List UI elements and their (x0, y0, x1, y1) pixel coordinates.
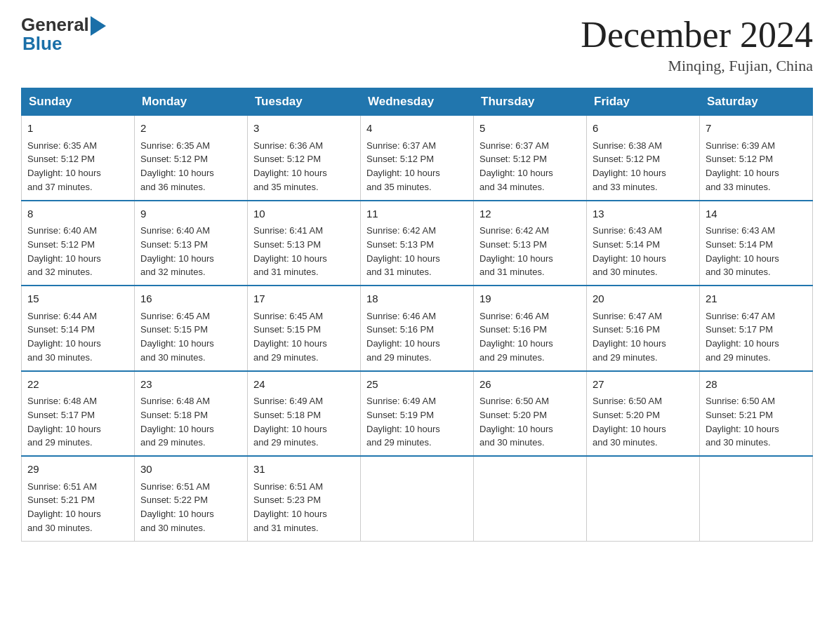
table-row: 22Sunrise: 6:48 AMSunset: 5:17 PMDayligh… (22, 371, 135, 457)
day-number: 9 (140, 206, 241, 222)
table-row: 1Sunrise: 6:35 AMSunset: 5:12 PMDaylight… (22, 115, 135, 201)
day-number: 3 (253, 121, 355, 137)
day-info: Sunrise: 6:44 AMSunset: 5:14 PMDaylight:… (27, 309, 128, 365)
table-row: 11Sunrise: 6:42 AMSunset: 5:13 PMDayligh… (361, 201, 474, 286)
day-number: 23 (140, 377, 241, 393)
logo-blue-text: Blue (22, 33, 62, 55)
table-row (474, 456, 587, 541)
day-number: 14 (706, 206, 807, 222)
table-row: 23Sunrise: 6:48 AMSunset: 5:18 PMDayligh… (135, 371, 248, 457)
table-row: 2Sunrise: 6:35 AMSunset: 5:12 PMDaylight… (135, 115, 248, 201)
table-row: 30Sunrise: 6:51 AMSunset: 5:22 PMDayligh… (135, 456, 248, 541)
table-row (361, 456, 474, 541)
table-row: 15Sunrise: 6:44 AMSunset: 5:14 PMDayligh… (22, 286, 135, 371)
day-info: Sunrise: 6:42 AMSunset: 5:13 PMDaylight:… (366, 224, 468, 279)
day-info: Sunrise: 6:40 AMSunset: 5:12 PMDaylight:… (27, 224, 128, 279)
table-row: 4Sunrise: 6:37 AMSunset: 5:12 PMDaylight… (361, 115, 474, 201)
table-row: 14Sunrise: 6:43 AMSunset: 5:14 PMDayligh… (700, 201, 813, 286)
day-info: Sunrise: 6:50 AMSunset: 5:20 PMDaylight:… (479, 394, 581, 450)
table-row: 24Sunrise: 6:49 AMSunset: 5:18 PMDayligh… (248, 371, 361, 457)
col-sunday: Sunday (22, 88, 135, 116)
day-number: 27 (593, 377, 694, 393)
col-tuesday: Tuesday (248, 88, 361, 116)
calendar-header-row: Sunday Monday Tuesday Wednesday Thursday… (22, 88, 813, 116)
calendar-table: Sunday Monday Tuesday Wednesday Thursday… (21, 88, 813, 542)
day-info: Sunrise: 6:49 AMSunset: 5:18 PMDaylight:… (253, 394, 355, 450)
table-row: 25Sunrise: 6:49 AMSunset: 5:19 PMDayligh… (361, 371, 474, 457)
calendar-week-row: 8Sunrise: 6:40 AMSunset: 5:12 PMDaylight… (22, 201, 813, 286)
day-info: Sunrise: 6:36 AMSunset: 5:12 PMDaylight:… (253, 139, 355, 194)
day-number: 13 (593, 206, 694, 222)
logo: General Blue (21, 14, 106, 55)
day-info: Sunrise: 6:39 AMSunset: 5:12 PMDaylight:… (706, 139, 807, 194)
day-info: Sunrise: 6:48 AMSunset: 5:17 PMDaylight:… (27, 394, 128, 450)
day-number: 20 (593, 291, 694, 307)
table-row: 12Sunrise: 6:42 AMSunset: 5:13 PMDayligh… (474, 201, 587, 286)
location-subtitle: Minqing, Fujian, China (581, 57, 813, 75)
table-row: 17Sunrise: 6:45 AMSunset: 5:15 PMDayligh… (248, 286, 361, 371)
day-info: Sunrise: 6:41 AMSunset: 5:13 PMDaylight:… (253, 224, 355, 279)
day-number: 28 (706, 377, 807, 393)
calendar-week-row: 15Sunrise: 6:44 AMSunset: 5:14 PMDayligh… (22, 286, 813, 371)
month-title: December 2024 (581, 14, 813, 55)
day-info: Sunrise: 6:46 AMSunset: 5:16 PMDaylight:… (479, 309, 581, 365)
day-number: 30 (140, 462, 241, 478)
table-row: 5Sunrise: 6:37 AMSunset: 5:12 PMDaylight… (474, 115, 587, 201)
page-header: General Blue December 2024 Minqing, Fuji… (21, 14, 813, 75)
day-number: 24 (253, 377, 355, 393)
day-info: Sunrise: 6:37 AMSunset: 5:12 PMDaylight:… (479, 139, 581, 194)
day-info: Sunrise: 6:45 AMSunset: 5:15 PMDaylight:… (140, 309, 241, 365)
day-number: 2 (140, 121, 241, 137)
day-info: Sunrise: 6:50 AMSunset: 5:21 PMDaylight:… (706, 394, 807, 450)
calendar-week-row: 22Sunrise: 6:48 AMSunset: 5:17 PMDayligh… (22, 371, 813, 457)
day-info: Sunrise: 6:35 AMSunset: 5:12 PMDaylight:… (27, 139, 128, 194)
day-info: Sunrise: 6:45 AMSunset: 5:15 PMDaylight:… (253, 309, 355, 365)
day-info: Sunrise: 6:51 AMSunset: 5:23 PMDaylight:… (253, 480, 355, 535)
table-row: 16Sunrise: 6:45 AMSunset: 5:15 PMDayligh… (135, 286, 248, 371)
day-number: 16 (140, 291, 241, 307)
day-number: 29 (27, 462, 128, 478)
table-row: 19Sunrise: 6:46 AMSunset: 5:16 PMDayligh… (474, 286, 587, 371)
day-number: 7 (706, 121, 807, 137)
svg-marker-0 (91, 16, 106, 36)
day-number: 8 (27, 206, 128, 222)
calendar-week-row: 29Sunrise: 6:51 AMSunset: 5:21 PMDayligh… (22, 456, 813, 541)
day-info: Sunrise: 6:43 AMSunset: 5:14 PMDaylight:… (706, 224, 807, 279)
day-number: 17 (253, 291, 355, 307)
day-number: 26 (479, 377, 581, 393)
day-info: Sunrise: 6:49 AMSunset: 5:19 PMDaylight:… (366, 394, 468, 450)
day-info: Sunrise: 6:38 AMSunset: 5:12 PMDaylight:… (593, 139, 694, 194)
day-info: Sunrise: 6:40 AMSunset: 5:13 PMDaylight:… (140, 224, 241, 279)
day-info: Sunrise: 6:51 AMSunset: 5:21 PMDaylight:… (27, 480, 128, 535)
table-row: 20Sunrise: 6:47 AMSunset: 5:16 PMDayligh… (587, 286, 700, 371)
table-row: 21Sunrise: 6:47 AMSunset: 5:17 PMDayligh… (700, 286, 813, 371)
table-row: 18Sunrise: 6:46 AMSunset: 5:16 PMDayligh… (361, 286, 474, 371)
day-info: Sunrise: 6:47 AMSunset: 5:16 PMDaylight:… (593, 309, 694, 365)
day-info: Sunrise: 6:46 AMSunset: 5:16 PMDaylight:… (366, 309, 468, 365)
table-row: 8Sunrise: 6:40 AMSunset: 5:12 PMDaylight… (22, 201, 135, 286)
day-number: 11 (366, 206, 468, 222)
logo-triangle-icon (91, 16, 106, 36)
day-info: Sunrise: 6:50 AMSunset: 5:20 PMDaylight:… (593, 394, 694, 450)
col-monday: Monday (135, 88, 248, 116)
day-number: 21 (706, 291, 807, 307)
col-thursday: Thursday (474, 88, 587, 116)
day-number: 12 (479, 206, 581, 222)
table-row: 27Sunrise: 6:50 AMSunset: 5:20 PMDayligh… (587, 371, 700, 457)
day-number: 31 (253, 462, 355, 478)
day-info: Sunrise: 6:42 AMSunset: 5:13 PMDaylight:… (479, 224, 581, 279)
table-row: 29Sunrise: 6:51 AMSunset: 5:21 PMDayligh… (22, 456, 135, 541)
day-number: 5 (479, 121, 581, 137)
table-row: 10Sunrise: 6:41 AMSunset: 5:13 PMDayligh… (248, 201, 361, 286)
table-row: 31Sunrise: 6:51 AMSunset: 5:23 PMDayligh… (248, 456, 361, 541)
day-info: Sunrise: 6:37 AMSunset: 5:12 PMDaylight:… (366, 139, 468, 194)
table-row: 28Sunrise: 6:50 AMSunset: 5:21 PMDayligh… (700, 371, 813, 457)
day-info: Sunrise: 6:47 AMSunset: 5:17 PMDaylight:… (706, 309, 807, 365)
table-row: 13Sunrise: 6:43 AMSunset: 5:14 PMDayligh… (587, 201, 700, 286)
col-wednesday: Wednesday (361, 88, 474, 116)
day-number: 18 (366, 291, 468, 307)
day-number: 4 (366, 121, 468, 137)
title-section: December 2024 Minqing, Fujian, China (581, 14, 813, 75)
day-number: 15 (27, 291, 128, 307)
calendar-week-row: 1Sunrise: 6:35 AMSunset: 5:12 PMDaylight… (22, 115, 813, 201)
